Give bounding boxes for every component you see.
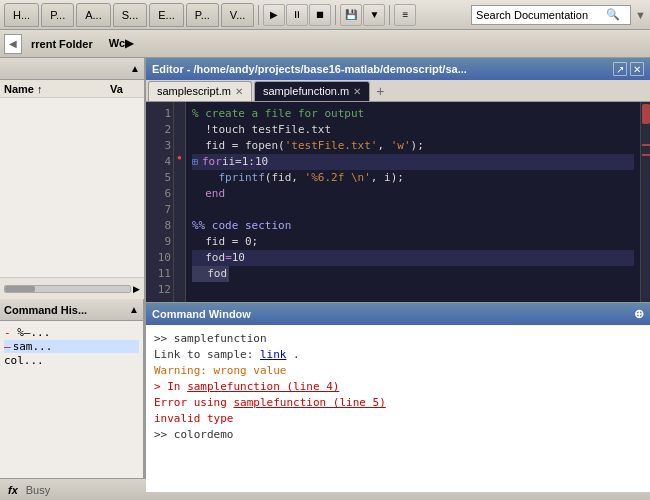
left-panel: ▲ Name ↑ Va ▶ Command His... ▲ [0, 58, 145, 478]
back-icon: ◀ [9, 38, 17, 49]
column-headers: Name ↑ Va [0, 80, 144, 98]
tab-publish[interactable]: P... [186, 3, 219, 27]
code-line-highlighted: ⊞ for ii=1:10 [192, 154, 634, 170]
close-tab-icon[interactable]: ✕ [235, 86, 243, 97]
cmd-window-content[interactable]: >> samplefunction Link to sample: link .… [146, 325, 650, 492]
editor-titlebar: Editor - /home/andy/projects/base16-matl… [146, 58, 650, 80]
code-line: fid = fopen('testFile.txt', 'w'); [192, 138, 634, 154]
second-toolbar: ◀ rrent Folder Wc▶ [0, 30, 650, 58]
separator [258, 5, 259, 25]
error-link-2[interactable]: samplefunction (line 5) [233, 396, 385, 409]
editor-close-button[interactable]: ✕ [630, 62, 644, 76]
folder-nav[interactable]: ◀ [4, 34, 22, 54]
cmd-window-expand-icon[interactable]: ⊕ [634, 307, 644, 321]
more-button[interactable]: ▼ [363, 4, 385, 26]
code-line: end [192, 186, 634, 202]
name-column-header[interactable]: Name ↑ [4, 83, 110, 95]
right-panel: Editor - /home/andy/projects/base16-matl… [145, 58, 650, 478]
code-line: fid = 0; [192, 234, 634, 250]
code-editor: 1 2 3 4 5 6 7 8 9 10 11 12 [146, 102, 650, 302]
play-button[interactable]: ▶ [263, 4, 285, 26]
workspace-label[interactable]: Wc▶ [102, 34, 141, 53]
sample-link[interactable]: link [260, 348, 287, 361]
editor-undock-button[interactable]: ↗ [613, 62, 627, 76]
editor-section: Editor - /home/andy/projects/base16-matl… [146, 58, 650, 302]
top-toolbar: H... P... A... S... E... P... V... ▶ ⏸ ⏹… [0, 0, 650, 30]
playback-controls: ▶ ⏸ ⏹ [263, 4, 331, 26]
add-tab-button[interactable]: + [372, 83, 388, 99]
search-icon[interactable]: 🔍 [606, 8, 620, 21]
pause-button[interactable]: ⏸ [286, 4, 308, 26]
cmd-window-titlebar: Command Window ⊕ [146, 303, 650, 325]
panel-expand-icon[interactable]: ▲ [130, 63, 140, 74]
scrollbar-thumb[interactable] [5, 286, 35, 292]
main-content: ▲ Name ↑ Va ▶ Command His... ▲ [0, 58, 650, 478]
list-item[interactable]: – sam... [4, 340, 139, 353]
filter-icon[interactable]: ▼ [635, 9, 646, 21]
cmd-history-header: Command His... ▲ [0, 299, 143, 321]
scroll-right-icon[interactable]: ▶ [133, 284, 140, 294]
editor-scrollbar[interactable] [640, 102, 650, 302]
tab-editor[interactable]: E... [149, 3, 184, 27]
close-tab-active-icon[interactable]: ✕ [353, 86, 361, 97]
cmd-history-expand-icon[interactable]: ▲ [129, 304, 139, 315]
left-panel-header: ▲ [0, 58, 144, 80]
scrollbar-mark [642, 144, 650, 146]
cmd-line: >> samplefunction [154, 331, 642, 347]
code-line: !touch testFile.txt [192, 122, 634, 138]
cmd-line: Warning: wrong value [154, 363, 642, 379]
error-link-1[interactable]: samplefunction (line 4) [187, 380, 339, 393]
code-line [192, 282, 634, 298]
tab-view[interactable]: V... [221, 3, 255, 27]
tab-plots[interactable]: P... [41, 3, 74, 27]
save-button[interactable]: 💾 [340, 4, 362, 26]
code-line [192, 202, 634, 218]
cmd-history-content: - %–... – sam... col... [0, 321, 143, 372]
tab-samplefunction[interactable]: samplefunction.m ✕ [254, 81, 370, 101]
line-numbers: 1 2 3 4 5 6 7 8 9 10 11 12 [146, 102, 174, 302]
list-item[interactable]: col... [4, 354, 139, 367]
editor-title-text: Editor - /home/andy/projects/base16-matl… [152, 63, 467, 75]
file-controls: 💾 ▼ [340, 4, 385, 26]
cmd-window-title: Command Window [152, 308, 251, 320]
scrollbar-thumb[interactable] [642, 104, 650, 124]
cmd-line: invalid type [154, 411, 642, 427]
current-folder-label[interactable]: rrent Folder [24, 35, 100, 53]
cmd-line: > In samplefunction (line 4) [154, 379, 642, 395]
tab-scripts[interactable]: S... [113, 3, 148, 27]
search-box: 🔍 [471, 5, 631, 25]
separator2 [335, 5, 336, 25]
code-line: %% code section [192, 218, 634, 234]
editor-title-buttons: ↗ ✕ [613, 62, 644, 76]
menu-button[interactable]: ≡ [394, 4, 416, 26]
cmd-line: Link to sample: link . [154, 347, 642, 363]
command-window: Command Window ⊕ >> samplefunction Link … [146, 302, 650, 492]
panel-controls: ▲ [130, 63, 140, 74]
stop-button[interactable]: ⏹ [309, 4, 331, 26]
breakpoint-column: ● [174, 102, 186, 302]
tab-bar: samplescript.m ✕ samplefunction.m ✕ + [146, 80, 650, 102]
scrollbar-track[interactable] [4, 285, 131, 293]
scrollbar-mark2 [642, 154, 650, 156]
value-column-header[interactable]: Va [110, 83, 140, 95]
code-line-highlighted: fod = 10 [192, 250, 634, 266]
fx-button[interactable]: fx [8, 484, 18, 496]
list-item: - %–... [4, 326, 139, 339]
code-line: fod [192, 266, 634, 282]
code-line: fprintf(fid, '%6.2f \n', i); [192, 170, 634, 186]
left-panel-content [0, 98, 144, 277]
tab-home[interactable]: H... [4, 3, 39, 27]
tab-apps[interactable]: A... [76, 3, 111, 27]
separator3 [389, 5, 390, 25]
horizontal-scrollbar[interactable]: ▶ [0, 277, 144, 299]
cmd-line: Error using samplefunction (line 5) [154, 395, 642, 411]
cmd-history-panel: Command His... ▲ - %–... – sam... col... [0, 299, 144, 478]
code-line: % create a file for output [192, 106, 634, 122]
search-input[interactable] [476, 9, 606, 21]
cmd-history-title: Command His... [4, 304, 87, 316]
tab-samplescript[interactable]: samplescript.m ✕ [148, 81, 252, 101]
status-text: Busy [26, 484, 50, 496]
cmd-line: >> colordemo [154, 427, 642, 443]
code-content[interactable]: % create a file for output !touch testFi… [186, 102, 640, 302]
